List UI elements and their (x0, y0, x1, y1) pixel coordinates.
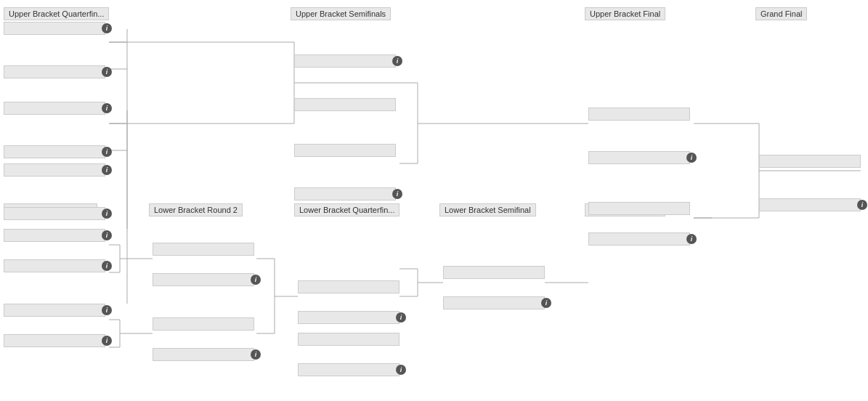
ub-semi-1: i (294, 54, 396, 113)
lb-qf2-team-2-info[interactable]: i (396, 365, 406, 375)
upper-bracket-final-label: Upper Bracket Final (585, 7, 665, 20)
lb-final-team-1 (588, 202, 690, 215)
ub-semi-2-team-1 (294, 144, 396, 157)
upper-bracket-quarterfinals-label: Upper Bracket Quarterfin... (4, 7, 109, 20)
lb-r2-m1: i (153, 243, 254, 288)
lb-r2-m2-team-2: i (153, 348, 254, 361)
ub-semi-2-team-2: i (294, 187, 396, 200)
lb-qf2-team-1 (298, 333, 399, 346)
lb-r2-m1-team-2: i (153, 273, 254, 286)
grand-final-match: i (759, 155, 861, 213)
ub-semi-1-team-1: i (294, 54, 396, 68)
ub-match-3-team-2-info[interactable]: i (102, 208, 112, 219)
lb-sf-team-2-info[interactable]: i (541, 298, 551, 308)
ub-semi-2-team-2-info[interactable]: i (392, 189, 402, 199)
lb-r2-m2-team-1 (153, 317, 254, 331)
lb-r2-m2: i (153, 317, 254, 362)
ub-match-1: i i (4, 22, 105, 80)
lb-r2-m1-team-1 (153, 243, 254, 256)
ub-match-2-team-2-info[interactable]: i (102, 147, 112, 157)
lb-r1-m2-team-2-info[interactable]: i (102, 336, 112, 346)
lb-r1-m2: i i (4, 304, 105, 349)
bracket-lines (0, 0, 868, 401)
lb-r1-m1-team-1-info[interactable]: i (102, 230, 112, 240)
ub-match-3: i i (4, 105, 105, 222)
ub-semi-2: i (294, 144, 396, 202)
lb-qf: i (298, 280, 399, 325)
lower-bracket-round2-label: Lower Bracket Round 2 (149, 203, 243, 216)
gf-team-2: i (759, 198, 861, 211)
ub-match-1-team-1: i (4, 22, 105, 35)
ub-final-team-2-info[interactable]: i (686, 153, 697, 163)
lb-r1-m1: i i (4, 229, 105, 274)
lb-r1-m2-team-1-info[interactable]: i (102, 305, 112, 315)
ub-final-team-1 (588, 108, 690, 121)
bracket-container: Upper Bracket Quarterfin... Upper Bracke… (0, 0, 868, 401)
ub-match-2-team-1-info[interactable]: i (102, 103, 112, 113)
lb-sf: i (443, 266, 545, 311)
ub-match-1-team-2: i (4, 65, 105, 78)
lb-final-team-2: i (588, 232, 690, 246)
ub-match-3-team-1-info[interactable]: i (102, 165, 112, 175)
ub-final: i (588, 108, 690, 166)
lb-qf-team-2: i (298, 311, 399, 324)
lower-bracket-semifinals-label: Lower Bracket Semifinal (439, 203, 536, 216)
lower-bracket-quarterfinals-label: Lower Bracket Quarterfin... (294, 203, 399, 216)
lb-r2-m2-team-2-info[interactable]: i (251, 349, 261, 360)
ub-match-3-team-2: i (4, 207, 105, 220)
lb-qf2-team-2: i (298, 363, 399, 376)
lb-final-team-2-info[interactable]: i (686, 234, 697, 244)
ub-semi-1-team-1-info[interactable]: i (392, 56, 402, 66)
lb-final: i (588, 202, 690, 247)
gf-team-1 (759, 155, 861, 168)
lb-r1-m2-team-1: i (4, 304, 105, 317)
lb-r1-m1-team-2-info[interactable]: i (102, 261, 112, 271)
lb-r1-m1-team-2: i (4, 259, 105, 272)
ub-match-1-team-2-info[interactable]: i (102, 67, 112, 77)
gf-team-2-info[interactable]: i (857, 200, 867, 210)
lb-r1-m2-team-2: i (4, 334, 105, 347)
lb-r2-m1-team-2-info[interactable]: i (251, 275, 261, 285)
lb-qf-team-2-info[interactable]: i (396, 312, 406, 323)
lb-qf2: i (298, 333, 399, 378)
lb-sf-team-2: i (443, 296, 545, 309)
lb-r1-m1-team-1: i (4, 229, 105, 242)
ub-match-3-team-1: i (4, 163, 105, 177)
ub-final-team-2: i (588, 151, 690, 164)
lb-sf-team-1 (443, 266, 545, 279)
ub-match-1-team-1-info[interactable]: i (102, 23, 112, 33)
lb-qf-team-1 (298, 280, 399, 293)
ub-semi-1-team-2 (294, 98, 396, 111)
upper-bracket-semifinals-label: Upper Bracket Semifinals (291, 7, 391, 20)
grand-final-label: Grand Final (755, 7, 807, 20)
